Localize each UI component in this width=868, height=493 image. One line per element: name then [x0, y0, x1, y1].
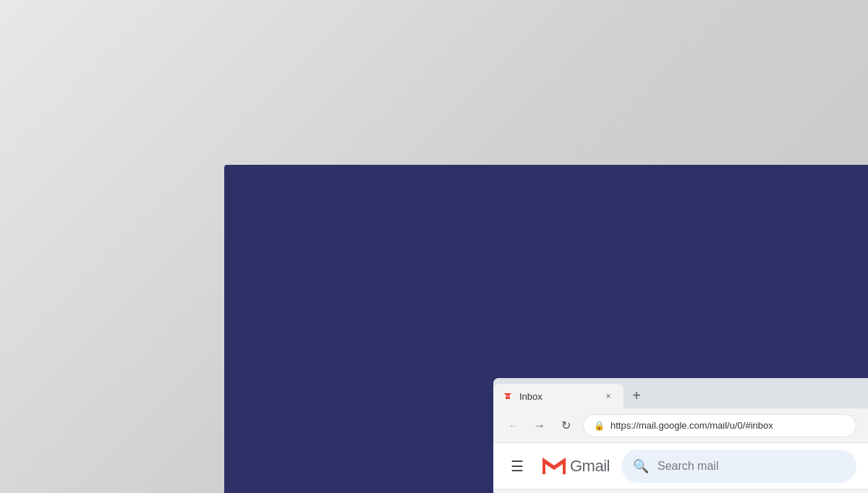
lock-icon: 🔒	[594, 421, 605, 431]
gmail-m-logo	[541, 457, 567, 476]
forward-button[interactable]: →	[531, 417, 548, 434]
search-icon: 🔍	[633, 458, 649, 474]
url-text: https://mail.google.com/mail/u/0/#inbox	[610, 420, 773, 431]
gmail-wordmark: Gmail	[570, 457, 610, 476]
address-bar: ← → ↻ 🔒 https://mail.google.com/mail/u/0…	[493, 408, 868, 443]
browser-window: Inbox × + ← → ↻ 🔒 https://mail.google.co…	[493, 378, 868, 493]
url-bar[interactable]: 🔒 https://mail.google.com/mail/u/0/#inbo…	[583, 414, 856, 437]
hamburger-menu-button[interactable]: ☰	[505, 452, 529, 481]
tab-close-button[interactable]: ×	[602, 390, 615, 403]
monitor-frame: Inbox × + ← → ↻ 🔒 https://mail.google.co…	[224, 165, 868, 493]
active-tab[interactable]: Inbox ×	[493, 384, 624, 408]
tab-bar: Inbox × +	[493, 378, 868, 408]
back-button[interactable]: ←	[505, 417, 522, 434]
tab-title: Inbox	[519, 391, 596, 402]
refresh-button[interactable]: ↻	[557, 417, 574, 434]
gmail-header: ☰ Gmail 🔍 Search mail	[493, 443, 868, 489]
sidebar: Compose Inbox	[493, 489, 667, 493]
search-bar[interactable]: 🔍 Search mail	[621, 450, 856, 483]
gmail-logo: Gmail	[541, 457, 610, 476]
tab-favicon	[502, 390, 514, 402]
gmail-app: ☰ Gmail 🔍 Search mail	[493, 443, 868, 493]
search-placeholder-text: Search mail	[658, 460, 718, 473]
email-toolbar: ▾ ↻ ⋮	[668, 489, 868, 493]
gmail-body: Compose Inbox	[493, 489, 868, 493]
new-tab-button[interactable]: +	[626, 385, 647, 406]
main-content: ▾ ↻ ⋮ No new mail!	[667, 489, 868, 493]
